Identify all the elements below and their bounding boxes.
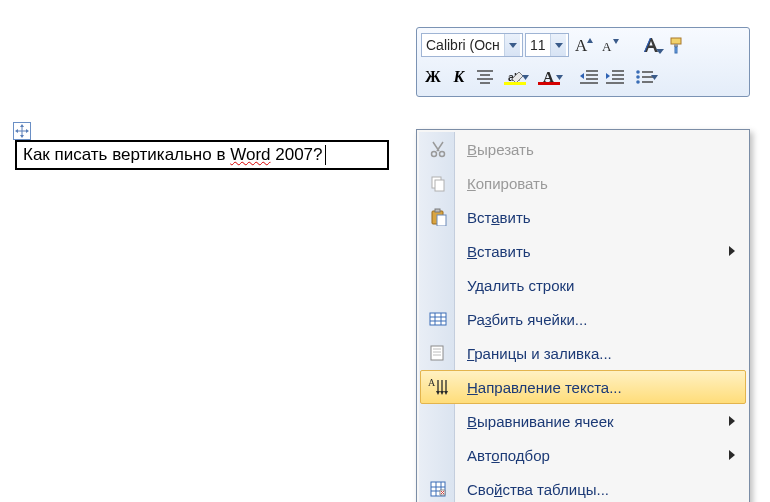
table-move-handle[interactable]	[13, 122, 31, 140]
decrease-indent-button[interactable]	[577, 65, 601, 89]
ctx-cell-alignment[interactable]: Выравнивание ячеек	[420, 404, 746, 438]
svg-marker-5	[613, 39, 619, 44]
font-size-dropdown[interactable]	[550, 34, 566, 56]
svg-rect-46	[435, 209, 440, 212]
mini-toolbar: Calibri (Осн 11 A A Ж	[416, 27, 750, 97]
format-painter-button[interactable]	[665, 33, 689, 57]
font-size-value: 11	[526, 37, 550, 53]
shrink-font-button[interactable]: A	[597, 33, 621, 57]
svg-rect-7	[671, 38, 681, 44]
table-properties-icon	[427, 478, 449, 500]
svg-marker-17	[556, 75, 563, 80]
ctx-autofit[interactable]: Автоподбор	[420, 438, 746, 472]
split-cells-icon	[427, 308, 449, 330]
svg-point-28	[636, 70, 640, 74]
svg-marker-64	[444, 391, 448, 395]
svg-text:A: A	[575, 36, 588, 54]
table-cell[interactable]: Как писать вертикально в Word 2007?	[15, 140, 389, 170]
svg-text:A: A	[602, 39, 612, 54]
submenu-arrow-icon	[729, 246, 735, 256]
svg-text:A: A	[428, 377, 436, 388]
ctx-cut: Вырезать	[420, 132, 746, 166]
copy-icon	[427, 172, 449, 194]
font-color-button[interactable]: A	[533, 65, 565, 89]
align-center-button[interactable]	[473, 65, 497, 89]
ctx-paste-special[interactable]: Вставить	[420, 234, 746, 268]
svg-rect-44	[435, 180, 444, 191]
bullets-button[interactable]	[629, 65, 659, 89]
svg-marker-1	[555, 43, 563, 48]
context-menu: Вырезать Копировать Вставить Вставить Уд…	[416, 129, 750, 502]
svg-marker-3	[587, 38, 593, 43]
grow-font-button[interactable]: A	[571, 33, 595, 57]
svg-marker-62	[440, 391, 444, 395]
svg-marker-6	[656, 49, 664, 54]
svg-rect-9	[675, 47, 677, 53]
svg-point-32	[636, 80, 640, 84]
svg-marker-22	[580, 73, 584, 79]
svg-rect-49	[430, 313, 446, 325]
move-icon	[15, 124, 29, 138]
svg-marker-0	[509, 43, 517, 48]
svg-marker-60	[436, 391, 440, 395]
format-style-button[interactable]	[639, 33, 663, 57]
svg-point-42	[440, 152, 445, 157]
ctx-table-properties[interactable]: Свойства таблицы...	[420, 472, 746, 502]
text-caret	[325, 145, 326, 165]
svg-marker-48	[729, 246, 735, 256]
cell-text: Как писать вертикально в Word 2007?	[23, 145, 323, 165]
highlight-color-button[interactable]: ab	[499, 65, 531, 89]
font-name-dropdown[interactable]	[504, 34, 520, 56]
svg-marker-34	[651, 75, 658, 80]
svg-rect-47	[437, 215, 446, 226]
ctx-copy: Копировать	[420, 166, 746, 200]
svg-marker-27	[606, 73, 610, 79]
font-name-value: Calibri (Осн	[422, 37, 504, 53]
font-size-combo[interactable]: 11	[525, 33, 569, 57]
ctx-delete-rows[interactable]: Удалить строки	[420, 268, 746, 302]
bold-button[interactable]: Ж	[421, 65, 445, 89]
font-name-combo[interactable]: Calibri (Осн	[421, 33, 523, 57]
ctx-paste[interactable]: Вставить	[420, 200, 746, 234]
ctx-text-direction[interactable]: A Направление текста...	[420, 370, 746, 404]
svg-point-30	[636, 75, 640, 79]
borders-icon	[427, 342, 449, 364]
ctx-borders-shading[interactable]: Границы и заливка...	[420, 336, 746, 370]
increase-indent-button[interactable]	[603, 65, 627, 89]
svg-marker-66	[729, 450, 735, 460]
paste-icon	[427, 206, 449, 228]
svg-marker-15	[522, 75, 529, 80]
svg-rect-54	[431, 346, 443, 360]
submenu-arrow-icon	[729, 416, 735, 426]
svg-point-41	[432, 152, 437, 157]
svg-marker-65	[729, 416, 735, 426]
cut-icon	[427, 138, 449, 160]
italic-button[interactable]: К	[447, 65, 471, 89]
ctx-split-cells[interactable]: Разбить ячейки...	[420, 302, 746, 336]
text-direction-icon: A	[427, 376, 449, 398]
submenu-arrow-icon	[729, 450, 735, 460]
